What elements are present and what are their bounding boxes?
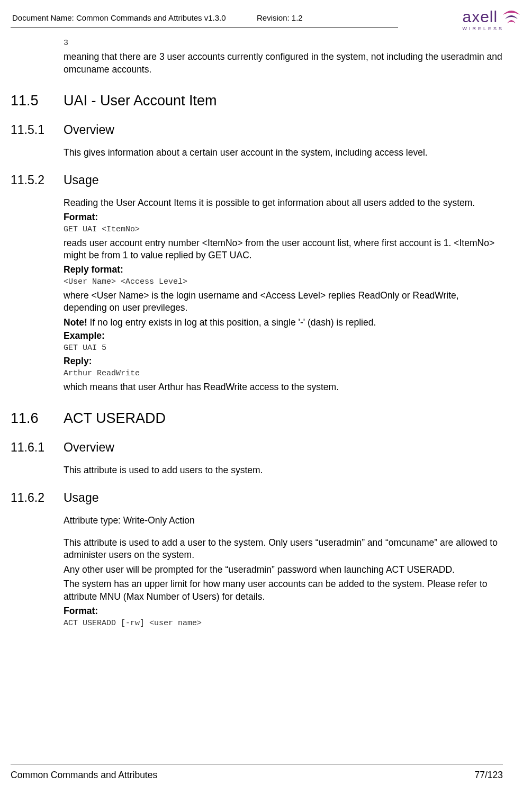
note-bold: Note!: [64, 317, 87, 328]
overview-11-6-1-text: This attribute is used to add users to t…: [64, 464, 503, 477]
footer-title: Common Commands and Attributes: [11, 770, 157, 781]
format-code-2: ACT USERADD [-rw] <user name>: [64, 619, 503, 628]
format-desc: reads user account entry number <ItemNo>…: [64, 237, 503, 262]
usage-p2: Any other user will be prompted for the …: [64, 564, 503, 576]
heading-11-5-2: 11.5.2 Usage: [11, 173, 503, 187]
attr-type: Attribute type: Write-Only Action: [64, 515, 503, 527]
logo-swirl-icon: [501, 5, 522, 28]
heading-title: Usage: [64, 173, 98, 187]
revision-label: Revision: 1.2: [257, 13, 303, 22]
reply-meaning: which means that user Arthur has ReadWri…: [64, 381, 503, 394]
reply-code: Arthur ReadWrite: [64, 369, 503, 378]
document-name: Document Name: Common Commands and Attri…: [12, 13, 226, 22]
header-row: Document Name: Common Commands and Attri…: [11, 10, 503, 25]
reply-label: Reply:: [64, 356, 503, 367]
heading-11-6: 11.6 ACT USERADD: [11, 410, 503, 427]
header-divider: [11, 28, 398, 28]
heading-number: 11.5.2: [11, 173, 64, 187]
heading-title: Usage: [64, 491, 98, 505]
heading-title: ACT USERADD: [64, 410, 166, 427]
overview-11-5-1-text: This gives information about a certain u…: [64, 147, 503, 159]
heading-number: 11.6.2: [11, 491, 64, 505]
code-output-3: 3: [64, 39, 503, 48]
logo-text: axell: [462, 8, 498, 26]
heading-11-6-2: 11.6.2 Usage: [11, 491, 503, 505]
heading-11-6-1: 11.6.1 Overview: [11, 440, 503, 455]
example-label: Example:: [64, 330, 503, 341]
heading-number: 11.5.1: [11, 123, 64, 137]
heading-number: 11.6.1: [11, 440, 64, 455]
heading-title: Overview: [64, 440, 114, 455]
page-number: 77/123: [474, 770, 503, 781]
heading-11-5: 11.5 UAI - User Account Item: [11, 93, 503, 109]
heading-title: UAI - User Account Item: [64, 93, 217, 109]
usage-p1: This attribute is used to add a user to …: [64, 537, 503, 562]
heading-number: 11.6: [11, 410, 64, 427]
format-label: Format:: [64, 212, 503, 223]
format-label-2: Format:: [64, 606, 503, 617]
heading-title: Overview: [64, 123, 114, 137]
reply-format-code: <User Name> <Access Level>: [64, 277, 503, 286]
intro-meaning-text: meaning that there are 3 user accounts c…: [64, 51, 503, 76]
format-code: GET UAI <ItemNo>: [64, 225, 503, 234]
heading-11-5-1: 11.5.1 Overview: [11, 123, 503, 137]
note-line: Note! If no log entry exists in log at t…: [64, 317, 503, 329]
reply-desc: where <User Name> is the login username …: [64, 290, 503, 314]
heading-number: 11.5: [11, 93, 64, 109]
note-text: If no log entry exists in log at this po…: [87, 317, 376, 328]
brand-logo: axell WIRELESS: [462, 5, 524, 31]
example-code: GET UAI 5: [64, 344, 503, 353]
footer-divider: [11, 764, 503, 764]
usage-intro: Reading the User Account Items it is pos…: [64, 197, 503, 210]
usage-p3: The system has an upper limit for how ma…: [64, 578, 503, 603]
page-content: 3 meaning that there are 3 user accounts…: [11, 39, 503, 628]
reply-format-label: Reply format:: [64, 264, 503, 275]
page-footer: Common Commands and Attributes 77/123: [11, 764, 503, 781]
